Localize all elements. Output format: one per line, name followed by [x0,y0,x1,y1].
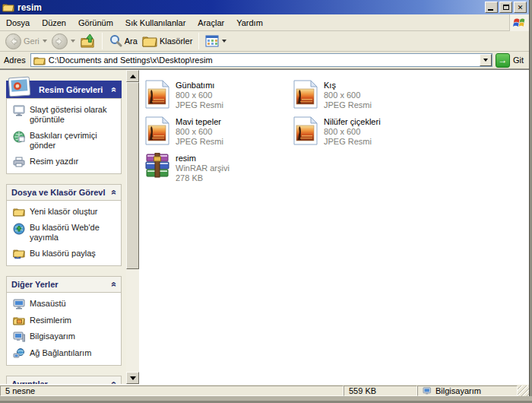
chevron-up-icon[interactable]: » [109,190,119,195]
menu-edit[interactable]: Düzen [36,16,72,30]
title-bar[interactable]: resim ✕ [0,0,529,14]
file-type: JPEG Resmi [176,100,223,110]
task-publish-web[interactable]: Bu klasörü Web'de yayımla [13,223,118,243]
up-button[interactable] [78,32,98,50]
task-label: Resim yazdır [30,157,78,167]
section-body: Slayt gösterisi olarak görüntüle Baskıla… [6,98,122,174]
desktop-screen: resim ✕ Dosya Düzen Görünüm Sık Kullanıl… [0,0,532,403]
section-picture-tasks: Resim Görevleri » Slayt gösterisi olarak… [6,81,122,174]
address-dropdown-button[interactable] [480,54,492,66]
file-dimensions: 800 x 600 [176,90,223,100]
standard-toolbar: Geri [0,31,529,52]
views-button[interactable] [203,33,229,49]
print-picture-icon [13,157,25,167]
address-input-wrap [30,53,492,67]
task-new-folder[interactable]: Yeni klasör oluştur [13,207,118,217]
winrar-archive-icon [144,153,170,180]
task-label: Bu klasörü Web'de yayımla [30,223,118,243]
folder-icon [33,56,46,65]
order-prints-icon [13,131,25,143]
go-arrow-icon: → [498,55,507,65]
file-name: Mavi tepeler [176,117,223,127]
slideshow-icon [13,105,25,116]
section-header-picture-tasks[interactable]: Resim Görevleri » [6,81,122,98]
file-tile-mavi-tepeler[interactable]: Mavi tepeler 800 x 600 JPEG Resmi [144,116,293,153]
file-name: Kış [324,81,372,90]
task-share-folder[interactable]: Bu klasörü paylaş [13,249,118,259]
file-tile-kis[interactable]: Kış 800 x 600 JPEG Resmi [293,80,441,116]
back-dropdown-icon[interactable] [43,40,47,43]
file-type: WinRAR arşivi [176,163,230,173]
section-header-file-folder-tasks[interactable]: Dosya ve Klasör Görevl » [6,184,122,200]
file-dimensions: 800 x 600 [324,90,372,100]
address-input[interactable] [49,56,480,65]
place-my-pictures[interactable]: Resimlerim [13,316,118,325]
menu-tools[interactable]: Araçlar [192,16,230,30]
files-grid: Günbatımı 800 x 600 JPEG Resmi [144,80,529,189]
share-folder-icon [13,249,25,259]
menu-favorites[interactable]: Sık Kullanılanlar [119,16,192,30]
place-my-computer[interactable]: Bilgisayarım [13,332,118,342]
task-view-slideshow[interactable]: Slayt gösterisi olarak görüntüle [13,105,118,125]
task-label: Baskıları çevrimiçi gönder [30,131,118,151]
up-folder-icon [80,33,96,49]
taskpane-scrollbar[interactable] [126,70,139,384]
section-details: Ayrıntılar » resim Dosya Klasörü [6,376,122,384]
search-button[interactable]: Ara [106,33,140,49]
scrollbar-thumb[interactable] [126,82,139,269]
close-button[interactable]: ✕ [514,2,527,13]
file-tile-gunbatimi[interactable]: Günbatımı 800 x 600 JPEG Resmi [144,80,293,116]
file-type: JPEG Resmi [324,137,381,147]
maximize-button[interactable] [499,2,512,13]
back-circle-icon [5,33,21,49]
menu-view[interactable]: Görünüm [72,16,119,30]
scroll-down-button[interactable] [126,372,139,384]
file-tile-resim-rar[interactable]: resim WinRAR arşivi 278 KB [144,153,293,189]
back-button[interactable]: Geri [3,32,49,51]
section-header-other-places[interactable]: Diğer Yerler » [6,276,122,292]
place-network[interactable]: Ağ Bağlantılarım [13,348,118,359]
file-list-area[interactable]: Günbatımı 800 x 600 JPEG Resmi [139,70,529,384]
section-body: Yeni klasör oluştur Bu klasörü Web'de ya… [6,200,122,266]
my-computer-icon [423,387,432,395]
place-desktop[interactable]: Masaüstü [13,299,118,309]
menu-file[interactable]: Dosya [0,16,36,30]
go-button[interactable]: → [496,53,510,68]
total-size: 559 KB [349,386,376,395]
menu-bar: Dosya Düzen Görünüm Sık Kullanılanlar Ar… [0,14,529,31]
minimize-icon [488,9,493,11]
chevron-up-icon[interactable]: » [109,282,119,287]
file-name: Nilüfer çiçekleri [324,117,381,127]
task-order-prints[interactable]: Baskıları çevrimiçi gönder [13,131,118,151]
triangle-up-icon [130,75,136,78]
task-print-picture[interactable]: Resim yazdır [13,157,118,167]
forward-dropdown-icon[interactable] [71,40,75,43]
my-pictures-icon [13,316,25,325]
menu-help[interactable]: Yardım [230,16,269,30]
minimize-button[interactable] [485,2,498,13]
scrollbar-track[interactable] [126,269,139,372]
chevron-up-icon[interactable]: » [109,87,119,93]
section-title: Resim Görevleri [39,85,103,94]
picture-tasks-icon [8,76,32,97]
scroll-up-button[interactable] [126,70,139,82]
task-label: Yeni klasör oluştur [30,207,97,217]
resize-grip[interactable] [518,386,529,396]
file-dimensions: 800 x 600 [176,127,223,137]
desktop-icon [13,299,25,309]
window-title: resim [17,2,483,13]
section-header-details[interactable]: Ayrıntılar » [6,376,122,384]
windows-flag-icon [509,14,529,31]
section-body: Masaüstü Resimlerim [6,292,122,366]
forward-button[interactable] [49,32,78,51]
folders-button[interactable]: Klasörler [140,33,195,49]
search-icon [109,34,122,48]
file-type: JPEG Resmi [324,100,372,110]
forward-circle-icon [52,33,68,49]
my-computer-icon [13,332,25,342]
section-title: Dosya ve Klasör Görevl [11,188,106,197]
views-dropdown-icon[interactable] [222,40,226,43]
file-name: Günbatımı [176,81,223,90]
file-tile-nilufer[interactable]: Nilüfer çiçekleri 800 x 600 JPEG Resmi [293,116,441,153]
address-label: Adres [2,56,27,65]
